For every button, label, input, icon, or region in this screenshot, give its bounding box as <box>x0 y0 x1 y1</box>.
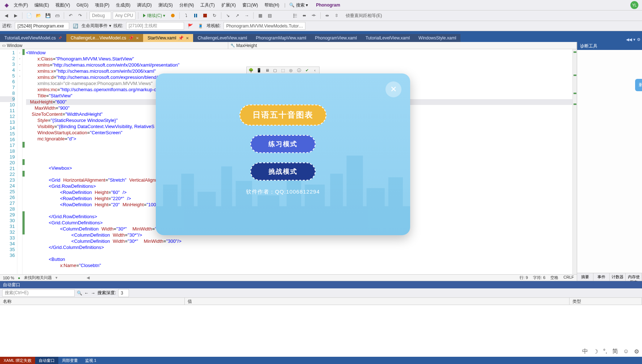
tab-list-icon[interactable]: ▾ <box>633 37 635 42</box>
lifecycle-icon[interactable]: 🔄 <box>71 22 79 30</box>
platform-combo[interactable]: Any CPU <box>113 12 136 20</box>
hot-reload-button[interactable] <box>169 12 177 20</box>
depth-combo[interactable]: 3 <box>118 289 129 297</box>
app-button-practice[interactable]: 练习模式 <box>250 135 316 153</box>
menu-file[interactable]: 文件(F) <box>11 1 31 9</box>
diag-tab-memory[interactable]: 内存使用率 <box>626 273 642 281</box>
menu-help[interactable]: 帮助(H) <box>262 1 282 9</box>
autos-search-input[interactable]: 搜索(Ctrl+E) <box>2 289 75 297</box>
nav-prev-icon[interactable]: ← <box>84 291 89 296</box>
issues-label[interactable]: 未找到相关问题 <box>24 275 52 280</box>
save-all-button[interactable]: 🗃 <box>53 12 61 20</box>
close-icon[interactable]: ✕ <box>186 36 189 40</box>
stackframe-combo[interactable]: Phonogram.MVVM.ViewModels.Tutor… <box>224 22 305 30</box>
scroll-left-icon[interactable]: ◀ <box>87 275 89 280</box>
menu-tools[interactable]: 工具(T) <box>197 1 217 9</box>
ime-settings-icon[interactable]: ⚙ <box>634 348 639 355</box>
show-next-button[interactable]: → <box>243 12 251 20</box>
open-button[interactable]: 📂 <box>34 12 42 20</box>
adorner-box-icon[interactable]: ▢ <box>272 67 278 73</box>
col-type[interactable]: 类型 <box>570 298 642 305</box>
new-item-button[interactable]: 📄 <box>25 12 33 20</box>
align-right-button[interactable]: ⬲ <box>310 12 318 20</box>
continue-button[interactable]: 继续(C) ▾ <box>141 13 167 19</box>
app-close-button[interactable]: ✕ <box>385 81 401 97</box>
adorner-select-icon[interactable]: ⬚ <box>280 67 286 73</box>
adorner-ok-icon[interactable]: ✔ <box>304 67 310 73</box>
tab-tutorialvm[interactable]: TutorialLevelViewModel.cs <box>0 34 66 42</box>
tab-startview[interactable]: StartView.xaml📌✕ <box>143 34 193 42</box>
tab-settings-icon[interactable]: ⚙ <box>637 37 641 42</box>
undo-button[interactable]: ↶ <box>67 12 75 20</box>
threads-icon[interactable]: 🧵 <box>196 22 204 30</box>
tab-phonogrammapview[interactable]: PhonogramMapView.xaml <box>251 34 310 42</box>
tab-challengelevelview[interactable]: ChallengeLevelView.xaml <box>193 34 251 42</box>
menu-test[interactable]: 测试(S) <box>155 1 176 9</box>
ime-moon-icon[interactable]: ☽ <box>593 348 598 355</box>
adorner-info-icon[interactable]: ⓘ <box>296 67 302 73</box>
step-out-button[interactable]: ↗ <box>233 12 241 20</box>
menu-window[interactable]: 窗口(W) <box>239 1 261 9</box>
indent-indicator[interactable]: 空格 <box>550 275 558 280</box>
col-value[interactable]: 值 <box>185 298 570 305</box>
tab-windowsstyle[interactable]: WindowsStyle.xaml <box>414 34 460 42</box>
menu-git[interactable]: Git(G) <box>74 1 91 9</box>
ime-punct-icon[interactable]: °, <box>603 348 607 355</box>
adorner-target-icon[interactable]: ◎ <box>288 67 294 73</box>
app-button-chart[interactable]: 日语五十音图表 <box>239 105 326 126</box>
pin-icon[interactable]: 📌 <box>178 35 184 41</box>
ime-emoji-icon[interactable]: ☺ <box>623 348 629 355</box>
tab-tutoriallevelview[interactable]: TutorialLevelView.xaml <box>361 34 414 42</box>
diagnostics-float-badge[interactable]: 剩余时 <box>635 79 642 91</box>
forward-button[interactable]: ▶ <box>12 12 20 20</box>
distribute-h-button[interactable]: ⇹ <box>323 12 331 20</box>
line-indicator[interactable]: 行: 9 <box>520 275 528 280</box>
break-all-button[interactable] <box>192 12 200 20</box>
minimap-scrollbar[interactable] <box>572 49 577 274</box>
config-combo[interactable]: Debug <box>89 12 111 20</box>
save-button[interactable]: 💾 <box>44 12 52 20</box>
thread-combo[interactable]: [27100] 主线程 <box>126 22 184 30</box>
menu-build[interactable]: 生成(B) <box>113 1 133 9</box>
diag-tab-events[interactable]: 事件 <box>593 273 610 281</box>
process-combo[interactable]: [25248] Phonogram.exe <box>15 22 69 30</box>
redo-button[interactable]: ↷ <box>76 12 84 20</box>
pin-icon[interactable]: 📌 <box>128 35 134 41</box>
user-avatar[interactable]: YL <box>630 1 638 9</box>
tab-challengevm[interactable]: ChallengeLe…ViewModel.cs📌✕ <box>66 34 143 42</box>
member-combo[interactable]: 🔧MaxHeight <box>228 42 577 49</box>
lifecycle-label[interactable]: 生命周期事件 ▾ <box>82 23 111 29</box>
footer-tab-xaml-binding[interactable]: XAML 绑定失败 <box>0 357 35 364</box>
stop-button[interactable] <box>201 12 209 20</box>
adorner-tree-icon[interactable]: 🌳 <box>248 67 254 73</box>
align-left-button[interactable]: ⬱ <box>291 12 299 20</box>
ime-simp-icon[interactable]: 简 <box>612 348 618 355</box>
search-icon[interactable]: 🔍 <box>77 291 82 296</box>
nav-next-icon[interactable]: → <box>91 291 95 296</box>
zoom-level[interactable]: 100 % <box>3 276 14 280</box>
diag-tab-counters[interactable]: 计数器 <box>610 273 626 281</box>
menu-view[interactable]: 视图(V) <box>53 1 73 9</box>
menu-edit[interactable]: 编辑(E) <box>32 1 52 9</box>
adorner-collapse-icon[interactable]: ‹ <box>312 67 318 73</box>
footer-tab-locals[interactable]: 局部变量 <box>58 357 82 364</box>
restart-button[interactable]: ↻ <box>210 12 218 20</box>
tab-overflow-left-icon[interactable]: ◀◀ <box>626 37 632 42</box>
adorner-display-icon[interactable]: 🖥 <box>264 67 270 73</box>
menu-analyze[interactable]: 分析(N) <box>176 1 197 9</box>
step-over-button[interactable]: ⤵ <box>182 12 190 20</box>
issues-chevron-icon[interactable]: ▾ <box>55 275 58 280</box>
adorner-device-icon[interactable]: 📱 <box>256 67 262 73</box>
fold-gutter[interactable]: ----- <box>17 49 22 274</box>
search-menu[interactable]: 🔍 搜索 ▾ <box>289 2 308 8</box>
menu-project[interactable]: 项目(P) <box>92 1 112 9</box>
ime-lang-icon[interactable]: 中 <box>582 348 588 355</box>
menu-debug[interactable]: 调试(D) <box>134 1 155 9</box>
step-into-button[interactable]: ↘ <box>224 12 232 20</box>
col-name[interactable]: 名称 <box>0 298 185 305</box>
eol-indicator[interactable]: CRLF <box>563 275 574 280</box>
footer-tab-watch1[interactable]: 监视 1 <box>82 357 100 364</box>
footer-tab-autos[interactable]: 自动窗口 <box>35 357 58 364</box>
scope-combo[interactable]: ▭Window <box>0 42 228 49</box>
tab-phonogramview[interactable]: PhonogramView.xaml <box>310 34 361 42</box>
